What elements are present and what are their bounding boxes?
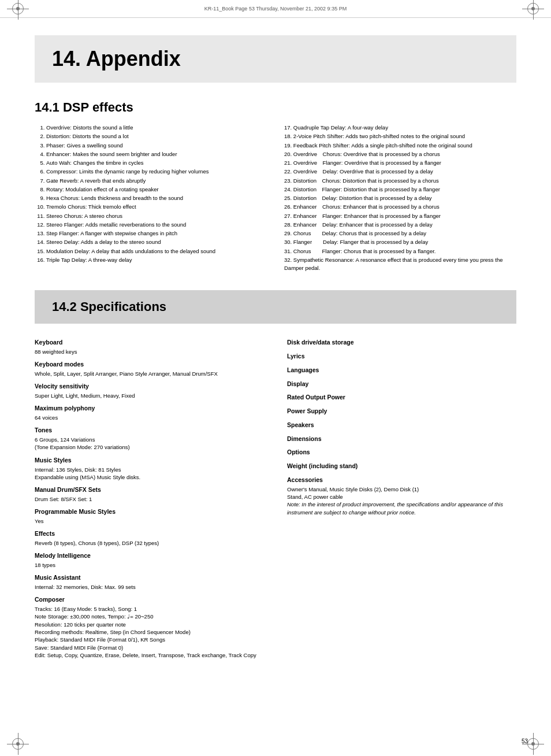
spec-item: Lyrics <box>287 352 516 361</box>
spec-label: Rated Output Power <box>287 393 516 402</box>
spec-label: Composer <box>35 595 264 605</box>
specs-heading: 14.2 Specifications <box>52 299 499 314</box>
spec-item: Keyboard modesWhole, Split, Layer, Split… <box>35 360 264 377</box>
dsp-right-list-item: 31. Chorus Flanger: Chorus that is proce… <box>284 247 516 255</box>
dsp-right-list-item: 29. Chorus Delay: Chorus that is process… <box>284 229 516 238</box>
dsp-right-list-item: 27. Enhancer Flanger: Enhancer that is p… <box>284 212 516 220</box>
spec-label: Melody Intelligence <box>35 551 264 561</box>
spec-label: Music Styles <box>35 456 264 465</box>
specs-left-col: Keyboard88 weighted keysKeyboard modesWh… <box>35 338 264 664</box>
dsp-right-list-item: 22. Overdrive Delay: Overdrive that is p… <box>284 168 516 176</box>
spec-label: Tones <box>35 426 264 435</box>
spec-value: Whole, Split, Layer, Split Arranger, Pia… <box>35 370 264 377</box>
dsp-right-list-item: 21. Overdrive Flanger: Overdrive that is… <box>284 159 516 167</box>
dsp-left-list-item: Auto Wah: Changes the timbre in cycles <box>46 159 267 167</box>
spec-label: Music Assistant <box>35 573 264 583</box>
spec-label: Accessories <box>287 476 516 485</box>
spec-item: Tones6 Groups, 124 Variations (Tone Expa… <box>35 426 264 451</box>
spec-label: Display <box>287 380 516 389</box>
page: KR-11_Book Page 53 Thursday, November 21… <box>0 0 551 756</box>
dsp-right-list-item: 17. Quadruple Tap Delay: A four-way dela… <box>284 124 516 132</box>
spec-value: 6 Groups, 124 Variations (Tone Expansion… <box>35 436 264 451</box>
dsp-right-list-item: 32. Sympathetic Resonance: A resonance e… <box>284 256 516 273</box>
dsp-right-list-item: 30. Flanger Delay: Flanger that is proce… <box>284 238 516 246</box>
spec-value: Reverb (8 types), Chorus (8 types), DSP … <box>35 539 264 547</box>
dsp-left-list-item: Compressor: Limits the dynamic range by … <box>46 168 267 176</box>
spec-item: Melody Intelligence18 types <box>35 551 264 569</box>
spec-label: Keyboard <box>35 338 264 347</box>
spec-label: Lyrics <box>287 352 516 361</box>
dsp-right-list-item: 26. Enhancer Chorus: Enhancer that is pr… <box>284 203 516 211</box>
spec-label: Effects <box>35 529 264 539</box>
dsp-left-list-item: Distortion: Distorts the sound a lot <box>46 132 267 140</box>
specs-section: 14.2 Specifications Keyboard88 weighted … <box>35 290 516 664</box>
dsp-section: 14.1 DSP effects Overdrive: Distorts the… <box>35 100 516 273</box>
dsp-left-list-item: Gate Reverb: A reverb that ends abruptly <box>46 177 267 185</box>
spec-label: Dimensions <box>287 435 516 444</box>
dsp-left-list-item: Stereo Delay: Adds a delay to the stereo… <box>46 238 267 246</box>
dsp-left-list-item: Phaser: Gives a swelling sound <box>46 142 267 150</box>
dsp-left-list-item: Modulation Delay: A delay that adds undu… <box>46 247 267 255</box>
dsp-left-list-item: Tremolo Chorus: Thick tremolo effect <box>46 203 267 211</box>
dsp-left-col: Overdrive: Distorts the sound a littleDi… <box>35 124 267 273</box>
spec-value: Owner's Manual, Music Style Disks (2), D… <box>287 486 516 501</box>
main-content: 14. Appendix 14.1 DSP effects Overdrive:… <box>0 18 551 681</box>
spec-label: Keyboard modes <box>35 360 264 369</box>
dsp-right-list-item: 24. Distortion Flanger: Distortion that … <box>284 186 516 194</box>
specs-columns: Keyboard88 weighted keysKeyboard modesWh… <box>35 338 516 664</box>
file-info: KR-11_Book Page 53 Thursday, November 21… <box>30 6 521 12</box>
dsp-columns: Overdrive: Distorts the sound a littleDi… <box>35 124 516 273</box>
dsp-right-col: 17. Quadruple Tap Delay: A four-way dela… <box>284 124 516 273</box>
spec-item: Programmable Music StylesYes <box>35 507 264 525</box>
bottom-corners <box>0 738 551 750</box>
spec-item: EffectsReverb (8 types), Chorus (8 types… <box>35 529 264 547</box>
spec-label: Weight (including stand) <box>287 462 516 471</box>
spec-value: Tracks: 16 (Easy Mode: 5 tracks), Song: … <box>35 605 264 659</box>
spec-value: Internal: 136 Styles, Disk: 81 Styles Ex… <box>35 466 264 481</box>
dsp-left-list-item: Hexa Chorus: Lends thickness and breadth… <box>46 194 267 202</box>
spec-value: Internal: 32 memories, Disk: Max. 99 set… <box>35 583 264 591</box>
dsp-left-list-item: Stereo Chorus: A stereo chorus <box>46 212 267 220</box>
spec-value: 88 weighted keys <box>35 348 264 355</box>
dsp-left-list-item: Stereo Flanger: Adds metallic reverberat… <box>46 221 267 229</box>
spec-item: Dimensions <box>287 435 516 444</box>
spec-label: Maximum polyphony <box>35 404 264 413</box>
spec-note: Note: In the interest of product improve… <box>287 501 503 516</box>
top-right-corner-marker <box>527 2 539 15</box>
dsp-right-list-item: 25. Distortion Delay: Distortion that is… <box>284 194 516 202</box>
spec-item: Options <box>287 448 516 457</box>
dsp-left-list-item: Rotary: Modulation effect of a rotating … <box>46 186 267 194</box>
spec-value: Drum Set: 8/SFX Set: 1 <box>35 495 264 503</box>
specs-right-col: Disk drive/data storageLyricsLanguagesDi… <box>287 338 516 664</box>
spec-item: Speakers <box>287 421 516 430</box>
dsp-right-list: 17. Quadruple Tap Delay: A four-way dela… <box>284 124 516 272</box>
spec-item: Disk drive/data storage <box>287 338 516 347</box>
bottom-right-corner-marker <box>527 738 539 750</box>
spec-item: Display <box>287 380 516 389</box>
dsp-right-list-item: 20. Overdrive Chorus: Overdrive that is … <box>284 150 516 158</box>
spec-label: Disk drive/data storage <box>287 338 516 347</box>
top-left-corner-marker <box>12 2 24 15</box>
spec-item: Rated Output Power <box>287 393 516 402</box>
spec-item: Music AssistantInternal: 32 memories, Di… <box>35 573 264 591</box>
dsp-right-list-item: 28. Enhancer Delay: Enhancer that is pro… <box>284 221 516 229</box>
spec-item: Keyboard88 weighted keys <box>35 338 264 355</box>
spec-item: Maximum polyphony64 voices <box>35 404 264 421</box>
spec-value: 64 voices <box>35 414 264 421</box>
dsp-left-list-item: Enhancer: Makes the sound seem brighter … <box>46 150 267 158</box>
dsp-left-list-item: Overdrive: Distorts the sound a little <box>46 124 267 132</box>
page-number: 53 <box>522 738 528 744</box>
dsp-left-list: Overdrive: Distorts the sound a littleDi… <box>35 124 267 264</box>
spec-value: 18 types <box>35 561 264 569</box>
spec-value: Yes <box>35 517 264 525</box>
specs-heading-box: 14.2 Specifications <box>35 290 516 324</box>
spec-label: Power Supply <box>287 407 516 416</box>
bottom-left-corner-marker <box>12 738 24 750</box>
spec-item: Power Supply <box>287 407 516 416</box>
spec-item: Music StylesInternal: 136 Styles, Disk: … <box>35 456 264 481</box>
spec-item: Manual Drum/SFX SetsDrum Set: 8/SFX Set:… <box>35 486 264 503</box>
spec-label: Options <box>287 448 516 457</box>
spec-label: Manual Drum/SFX Sets <box>35 486 264 495</box>
spec-label: Languages <box>287 366 516 375</box>
spec-item: Velocity sensitivitySuper Light, Light, … <box>35 382 264 399</box>
